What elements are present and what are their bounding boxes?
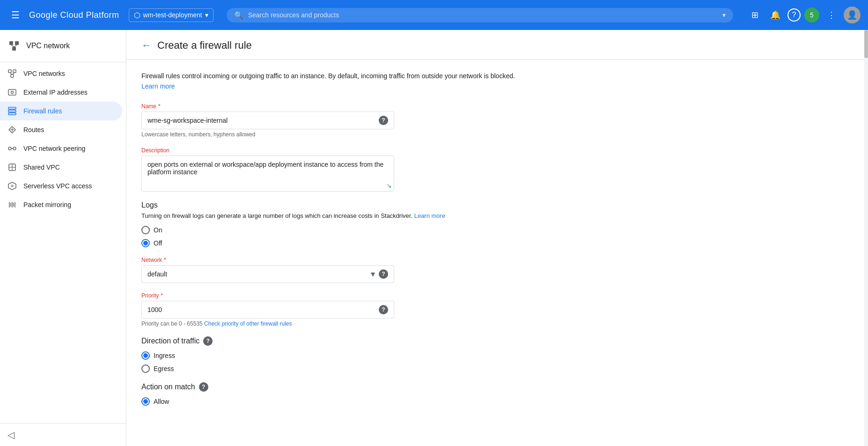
logs-radio-group: On Off [141, 226, 533, 247]
search-input[interactable] [248, 11, 718, 19]
description-textarea[interactable]: open ports on external or workspace/app … [142, 156, 394, 190]
shared-vpc-icon [7, 163, 17, 172]
network-select-arrow-icon: ▾ [371, 269, 375, 279]
topbar-right: ⊞ 🔔 ? 5 ⋮ 👤 [746, 7, 861, 23]
sidebar-item-firewall-rules[interactable]: Firewall rules [0, 102, 122, 120]
apps-icon[interactable]: ⊞ [746, 7, 763, 23]
action-allow-label: Allow [154, 398, 169, 405]
logs-off-radio[interactable] [141, 239, 150, 247]
svg-rect-14 [8, 113, 16, 115]
logs-section: Logs Turning on firewall logs can genera… [141, 201, 533, 248]
help-icon[interactable]: ? [787, 8, 801, 22]
name-input-wrapper: ? [141, 112, 394, 129]
sidebar-item-label: Packet mirroring [23, 201, 71, 208]
logs-on-option[interactable]: On [141, 226, 533, 234]
priority-required-marker: * [161, 292, 163, 299]
priority-help-icon[interactable]: ? [379, 305, 388, 314]
routes-icon [7, 125, 17, 134]
svg-line-4 [14, 45, 17, 47]
description-field-group: Description open ports on external or wo… [141, 147, 533, 192]
logs-off-option[interactable]: Off [141, 239, 533, 247]
check-priority-link[interactable]: Check priority of other firewall rules [204, 320, 292, 327]
direction-egress-radio[interactable] [141, 364, 150, 373]
external-ip-icon [7, 88, 17, 97]
name-label: Name* [141, 103, 533, 110]
direction-ingress-option[interactable]: Ingress [141, 351, 533, 360]
more-menu-icon[interactable]: ⋮ [823, 7, 840, 23]
hamburger-menu[interactable]: ☰ [7, 6, 23, 24]
action-help-icon[interactable]: ? [199, 382, 208, 392]
priority-input[interactable] [147, 301, 379, 318]
direction-egress-label: Egress [154, 365, 174, 372]
main-content: ← Create a firewall rule Firewall rules … [126, 30, 868, 446]
description-label: Description [141, 147, 533, 154]
app-logo: Google Cloud Platform [29, 10, 119, 20]
sidebar-collapse-button[interactable]: ◁ [0, 423, 126, 446]
sidebar-item-packet-mirroring[interactable]: Packet mirroring [0, 195, 122, 214]
user-avatar[interactable]: 👤 [844, 7, 861, 23]
textarea-resize-handle[interactable]: ↘ [386, 182, 392, 189]
action-label: Action on match ? [141, 382, 533, 392]
direction-help-icon[interactable]: ? [203, 336, 213, 346]
search-icon: 🔍 [234, 11, 243, 20]
name-field-group: Name* ? Lowercase letters, numbers, hyph… [141, 103, 533, 138]
action-field-group: Action on match ? Allow [141, 382, 533, 406]
svg-marker-23 [8, 182, 16, 190]
collapse-icon: ◁ [7, 429, 15, 440]
sidebar-item-routes[interactable]: Routes [0, 120, 122, 139]
name-hint: Lowercase letters, numbers, hyphens allo… [141, 131, 533, 138]
logs-off-label: Off [154, 239, 162, 247]
priority-hint: Priority can be 0 - 65535 Check priority… [141, 320, 533, 327]
network-field-group: Network* default ▾ ? [141, 257, 533, 283]
info-text: Firewall rules control incoming or outgo… [141, 71, 533, 92]
logs-on-radio[interactable] [141, 226, 150, 234]
sidebar-item-external-ip[interactable]: External IP addresses [0, 83, 122, 102]
network-help-icon[interactable]: ? [379, 269, 388, 279]
learn-more-link[interactable]: Learn more [141, 82, 175, 90]
direction-ingress-label: Ingress [154, 352, 175, 359]
scrollbar-thumb[interactable] [864, 30, 868, 58]
action-radio-group: Allow [141, 397, 533, 406]
svg-rect-13 [8, 110, 16, 112]
direction-egress-option[interactable]: Egress [141, 364, 533, 373]
network-label: Network* [141, 257, 533, 263]
svg-rect-12 [8, 107, 16, 109]
network-select[interactable]: default [147, 266, 371, 282]
sidebar-item-label: Routes [23, 126, 44, 134]
page-title: Create a firewall rule [157, 39, 252, 52]
scrollbar-track [864, 30, 868, 446]
back-button[interactable]: ← [141, 39, 152, 52]
sidebar-item-vpc-networks[interactable]: VPC networks [0, 64, 122, 83]
notifications-badge[interactable]: 5 [804, 7, 819, 22]
network-select-wrapper[interactable]: default ▾ ? [141, 265, 394, 283]
svg-rect-0 [9, 41, 13, 45]
sidebar-divider [0, 62, 126, 62]
sidebar-item-vpc-peering[interactable]: VPC network peering [0, 139, 122, 158]
logs-on-label: On [154, 226, 162, 234]
sidebar-item-serverless-vpc[interactable]: Serverless VPC access [0, 177, 122, 195]
project-name: wm-test-deployment [143, 11, 202, 19]
name-required-marker: * [158, 103, 161, 110]
name-input[interactable] [147, 112, 379, 129]
direction-ingress-radio[interactable] [141, 351, 150, 360]
svg-point-17 [8, 147, 11, 150]
notifications-icon[interactable]: 🔔 [767, 7, 784, 23]
svg-point-11 [11, 91, 14, 94]
sidebar-title: VPC network [26, 42, 70, 50]
action-allow-option[interactable]: Allow [141, 397, 533, 406]
sidebar-item-label: Shared VPC [23, 164, 60, 171]
search-bar[interactable]: 🔍 ▾ [227, 8, 733, 22]
project-icon: ⬡ [134, 11, 140, 20]
svg-line-3 [11, 45, 14, 47]
main-layout: VPC network VPC networks [0, 30, 868, 446]
firewall-rules-icon [7, 106, 17, 116]
action-allow-radio[interactable] [141, 397, 150, 406]
svg-rect-6 [13, 70, 16, 73]
packet-mirroring-icon [7, 200, 17, 209]
svg-rect-7 [11, 74, 14, 77]
sidebar-item-label: External IP addresses [23, 89, 88, 96]
logs-learn-more-link[interactable]: Learn more [414, 212, 445, 219]
sidebar-item-shared-vpc[interactable]: Shared VPC [0, 158, 122, 177]
project-selector[interactable]: ⬡ wm-test-deployment ▾ [129, 8, 213, 22]
name-help-icon[interactable]: ? [379, 116, 388, 125]
